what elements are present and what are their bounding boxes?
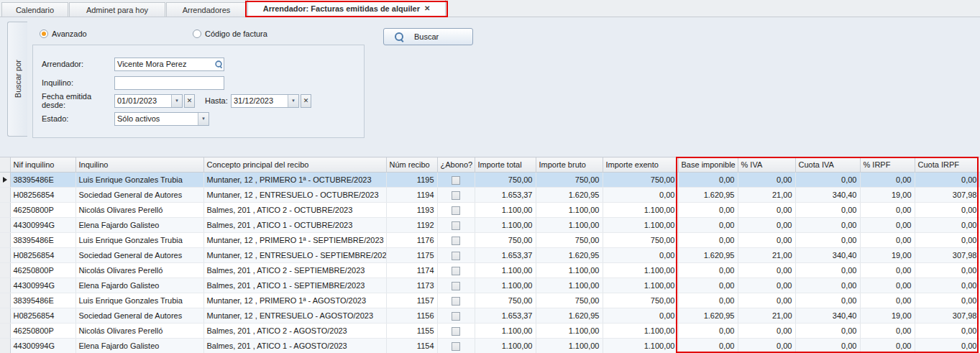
abono-checkbox[interactable] [452,282,460,290]
tab-arrendador-facturas-emitidas[interactable]: Arrendador: Facturas emitidas de alquile… [247,0,446,17]
column-header[interactable]: Inquilino [75,157,203,173]
row-indicator[interactable] [0,308,10,324]
radio-avanzado[interactable]: Avanzado [40,29,87,38]
cell-concepto: Muntaner, 12 , ENTRESUELO - AGOSTO/2023 [203,308,386,324]
chevron-down-icon[interactable]: ▼ [288,95,298,107]
abono-checkbox[interactable] [452,327,460,336]
tab-adminet-para-hoy[interactable]: Adminet para hoy [69,2,165,17]
clear-fecha-desde-icon[interactable]: ✕ [184,94,195,108]
cell-abono [437,248,475,263]
row-indicator[interactable] [0,233,10,248]
estado-input[interactable] [115,113,198,125]
row-indicator[interactable] [0,293,10,308]
cell-num_recibo: 1174 [386,263,437,278]
column-header[interactable]: Concepto principal del recibo [203,157,386,173]
tab-arrendadores[interactable]: Arrendadores [166,2,247,17]
radio-label: Avanzado [52,29,87,38]
abono-checkbox[interactable] [452,297,460,306]
table-row[interactable]: 44300994GElena Fajardo GalisteoBalmes, 2… [0,339,980,353]
abono-checkbox[interactable] [452,252,460,260]
search-icon[interactable] [213,58,224,70]
tab-calendario[interactable]: Calendario [1,2,68,17]
column-header[interactable]: % IVA [738,157,795,173]
fecha-emitida-desde-label: Fecha emitida desde: [42,92,114,109]
abono-checkbox[interactable] [452,267,460,275]
cell-pct_iva: 21,00 [738,188,795,203]
abono-checkbox[interactable] [452,237,460,245]
column-header[interactable]: ¿Abono? [437,157,475,173]
cell-pct_irpf: 19,00 [860,248,915,263]
fecha-desde-input[interactable] [115,95,171,107]
column-header[interactable]: Importe total [475,157,536,173]
abono-checkbox[interactable] [452,312,460,321]
table-row[interactable]: 38395486ELuis Enrique Gonzales TrubiaMun… [0,293,980,308]
row-indicator[interactable] [0,173,10,188]
row-indicator[interactable] [0,339,10,353]
abono-checkbox[interactable] [452,176,460,185]
cell-concepto: Muntaner, 12 , PRIMERO 1ª - AGOSTO/2023 [203,293,386,308]
cell-base_imponible: 1.620,95 [678,248,738,263]
abono-checkbox[interactable] [452,342,460,351]
column-header[interactable]: Importe exento [603,157,678,173]
buscar-por-side-tab[interactable]: Buscar por [7,22,27,137]
inquilino-input[interactable] [115,77,224,89]
table-row[interactable]: H08256854Sociedad General de AutoresMunt… [0,308,980,324]
abono-checkbox[interactable] [452,191,460,200]
row-indicator[interactable] [0,324,10,339]
clear-fecha-hasta-icon[interactable]: ✕ [301,94,311,108]
row-indicator[interactable] [0,218,10,233]
estado-dropdown[interactable]: ▼ [114,112,209,126]
table-row[interactable]: 46250800PNicolás Olivares PerellóBalmes,… [0,263,980,278]
row-indicator[interactable] [0,248,10,263]
abono-checkbox[interactable] [452,221,460,230]
row-indicator[interactable] [0,278,10,293]
column-header[interactable]: Base imponible [678,157,738,173]
cell-nif_inquilino: 38395486E [10,233,75,248]
buscar-button[interactable]: Buscar [383,28,473,45]
grid-header-row: Nif inquilinoInquilinoConcepto principal… [0,157,980,173]
cell-abono [437,173,475,188]
cell-importe_exento: 750,00 [603,293,678,308]
radio-icon [193,29,201,38]
table-row[interactable]: 44300994GElena Fajardo GalisteoBalmes, 2… [0,278,980,293]
cell-concepto: Muntaner, 12 , PRIMERO 1ª - SEPTIEMBRE/2… [203,233,386,248]
radio-codigo-de-factura[interactable]: Código de factura [193,29,267,38]
cell-num_recibo: 1156 [386,308,437,324]
table-row[interactable]: 46250800PNicolás Olivares PerellóBalmes,… [0,203,980,218]
table-row[interactable]: 38395486ELuis Enrique Gonzales TrubiaMun… [0,173,980,188]
row-indicator[interactable] [0,263,10,278]
arrendador-input[interactable] [115,58,213,70]
search-fields-group: Arrendador: Inquilino: Fecha emitida des… [32,45,365,138]
table-row[interactable]: 38395486ELuis Enrique Gonzales TrubiaMun… [0,233,980,248]
table-row[interactable]: H08256854Sociedad General de AutoresMunt… [0,188,980,203]
inquilino-editor [114,76,224,90]
cell-importe_exento: 1.100,00 [603,339,678,353]
column-header[interactable]: Importe bruto [536,157,603,173]
chevron-down-icon[interactable]: ▼ [198,113,209,125]
row-indicator[interactable] [0,188,10,203]
cell-importe_total: 1.653,37 [475,188,536,203]
cell-base_imponible: 1.620,95 [678,308,738,324]
column-header[interactable]: Cuota IRPF [915,157,980,173]
cell-pct_irpf: 0,00 [860,339,915,353]
abono-checkbox[interactable] [452,206,460,215]
cell-base_imponible: 0,00 [678,218,738,233]
cell-cuota_irpf: 0,00 [915,233,980,248]
chevron-down-icon[interactable]: ▼ [171,95,182,107]
column-header[interactable]: Nif inquilino [10,157,75,173]
cell-pct_irpf: 0,00 [860,278,915,293]
column-header[interactable]: Cuota IVA [795,157,860,173]
table-row[interactable]: H08256854Sociedad General de AutoresMunt… [0,248,980,263]
column-header[interactable]: Núm recibo [386,157,437,173]
cell-cuota_irpf: 0,00 [915,278,980,293]
cell-cuota_irpf: 0,00 [915,293,980,308]
fecha-hasta-input[interactable] [232,95,288,107]
cell-importe_bruto: 1.100,00 [536,339,603,353]
column-header[interactable]: % IRPF [860,157,915,173]
cell-cuota_iva: 0,00 [795,233,860,248]
cell-inquilino: Luis Enrique Gonzales Trubia [75,173,203,188]
close-icon[interactable]: ✕ [424,4,430,12]
row-indicator[interactable] [0,203,10,218]
table-row[interactable]: 46250800PNicolás Olivares PerellóBalmes,… [0,324,980,339]
table-row[interactable]: 44300994GElena Fajardo GalisteoBalmes, 2… [0,218,980,233]
